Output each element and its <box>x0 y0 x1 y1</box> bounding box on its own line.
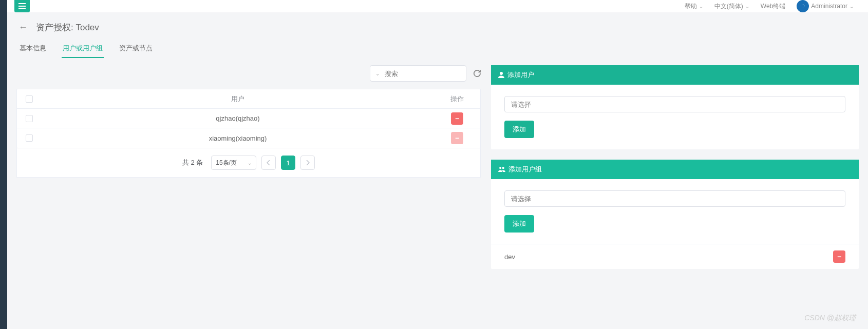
tab-assets-nodes[interactable]: 资产或节点 <box>118 40 154 58</box>
language-label: 中文(简体) <box>714 2 743 11</box>
add-user-button[interactable]: 添加 <box>504 121 534 138</box>
user-icon <box>498 72 504 78</box>
total-count: 共 2 条 <box>182 158 203 167</box>
group-list-item: dev − <box>491 244 859 269</box>
add-user-panel: 添加用户 添加 <box>491 65 859 149</box>
add-user-panel-header: 添加用户 <box>491 65 859 85</box>
refresh-icon <box>474 70 481 77</box>
page-title: 资产授权: Todev <box>36 22 99 33</box>
table-row: xiaoming(xiaoming) − <box>17 128 480 148</box>
user-select-input[interactable] <box>504 96 845 112</box>
remove-user-button[interactable]: − <box>451 112 463 125</box>
table-row: qjzhao(qjzhao) − <box>17 109 480 128</box>
remove-user-button[interactable]: − <box>451 132 463 144</box>
chevron-right-icon <box>306 160 310 165</box>
col-user: 用户 <box>42 94 434 104</box>
next-page-button[interactable] <box>300 156 315 170</box>
user-name-label: Administrator <box>811 3 847 10</box>
title-row: ← 资产授权: Todev <box>16 12 859 40</box>
search-input[interactable] <box>385 70 471 78</box>
user-cell: xiaoming(xiaoming) <box>42 134 434 142</box>
language-menu[interactable]: 中文(简体) ⌄ <box>714 2 749 11</box>
avatar-icon <box>797 0 809 12</box>
pagination: 共 2 条 15条/页 ⌄ 1 <box>16 148 481 178</box>
help-menu[interactable]: 帮助 ⌄ <box>685 2 703 11</box>
topbar: 帮助 ⌄ 中文(简体) ⌄ Web终端 Administrator ⌄ <box>0 0 868 12</box>
chevron-down-icon: ⌄ <box>248 160 252 166</box>
group-select-input[interactable] <box>504 190 845 207</box>
chevron-down-icon: ⌄ <box>745 4 749 9</box>
group-name: dev <box>504 253 515 261</box>
row-checkbox[interactable] <box>26 134 33 142</box>
add-group-panel-header: 添加用户组 <box>491 160 859 179</box>
add-group-title: 添加用户组 <box>508 165 542 174</box>
add-group-button[interactable]: 添加 <box>504 215 534 233</box>
remove-group-button[interactable]: − <box>833 250 845 263</box>
row-checkbox[interactable] <box>26 115 33 122</box>
back-arrow-button[interactable]: ← <box>18 22 28 33</box>
search-input-wrapper[interactable]: ⌄ <box>370 65 466 82</box>
web-terminal-label: Web终端 <box>761 2 785 11</box>
users-table: 用户 操作 qjzhao(qjzhao) − xiaoming(xiaoming… <box>16 89 481 148</box>
refresh-button[interactable] <box>474 70 481 77</box>
user-menu[interactable]: Administrator ⌄ <box>797 0 854 12</box>
left-nav-strip <box>0 0 7 269</box>
tabs: 基本信息 用户或用户组 资产或节点 <box>16 40 859 58</box>
page-1-button[interactable]: 1 <box>281 156 295 170</box>
chevron-down-icon: ⌄ <box>375 71 380 76</box>
chevron-left-icon <box>267 160 271 165</box>
select-all-checkbox[interactable] <box>26 95 33 103</box>
help-label: 帮助 <box>685 2 697 11</box>
add-group-panel: 添加用户组 添加 dev − <box>491 160 859 269</box>
page-size-select[interactable]: 15条/页 ⌄ <box>211 156 256 170</box>
hamburger-icon <box>18 3 26 9</box>
table-header: 用户 操作 <box>17 89 480 109</box>
add-user-title: 添加用户 <box>507 70 534 80</box>
menu-toggle-button[interactable] <box>14 0 30 12</box>
chevron-down-icon: ⌄ <box>850 4 854 9</box>
web-terminal-link[interactable]: Web终端 <box>761 2 785 11</box>
col-op: 操作 <box>434 94 480 104</box>
users-group-icon <box>498 166 505 172</box>
prev-page-button[interactable] <box>261 156 276 170</box>
tab-basic-info[interactable]: 基本信息 <box>18 40 47 58</box>
user-cell: qjzhao(qjzhao) <box>42 114 434 122</box>
page-size-label: 15条/页 <box>216 159 237 167</box>
tab-users-groups[interactable]: 用户或用户组 <box>62 40 104 58</box>
chevron-down-icon: ⌄ <box>699 4 703 9</box>
